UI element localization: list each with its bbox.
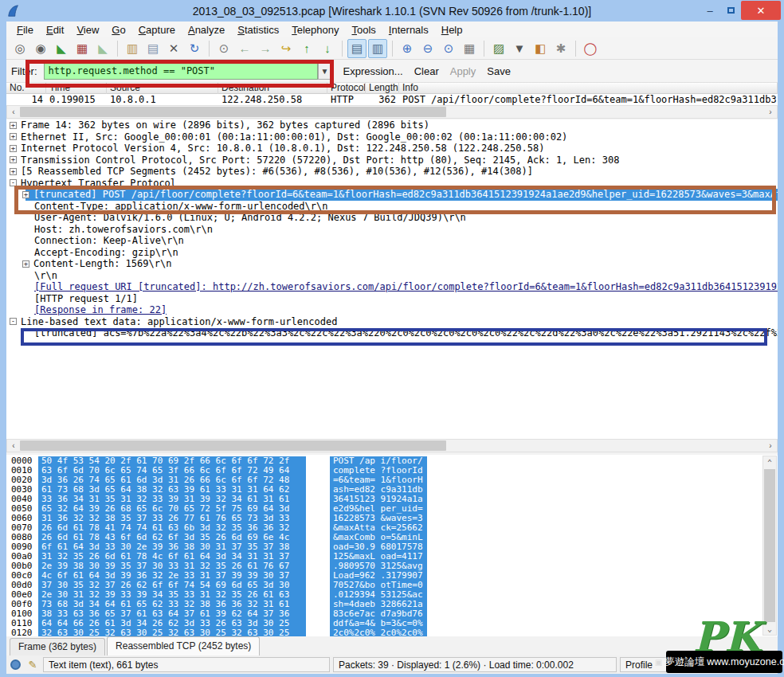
expand-icon[interactable]: + (10, 133, 17, 140)
column-header-length[interactable]: Length (366, 83, 399, 94)
detail-row[interactable]: +Transmission Control Protocol, Src Port… (6, 155, 778, 166)
menu-item-telephony[interactable]: Telephony (286, 22, 344, 37)
packet-row[interactable]: 140.19901510.8.0.1122.248.250.58HTTP362P… (6, 94, 778, 105)
zoom-100-icon[interactable]: ⊙ (439, 39, 458, 58)
collapse-icon[interactable]: - (10, 179, 17, 186)
zoom-in-icon[interactable]: ⊕ (398, 39, 417, 58)
expression-button[interactable]: Expression... (343, 65, 403, 77)
menu-item-tools[interactable]: Tools (347, 22, 382, 37)
packets-status-box: Packets: 39 · Displayed: 1 (2.6%) · Load… (333, 657, 617, 672)
preferences-icon[interactable]: ✱ (551, 39, 570, 58)
column-header-protocol[interactable]: Protocol (327, 83, 366, 94)
scroll-thumb[interactable] (20, 107, 446, 117)
minimize-button[interactable]: – (700, 2, 720, 18)
title-bar[interactable]: 2013_08_03_092513.pcap [Wireshark 1.10.1… (0, 0, 784, 22)
column-header-time[interactable]: Time (46, 83, 107, 94)
menu-item-internals[interactable]: Internals (383, 22, 434, 37)
collapse-icon[interactable]: - (10, 318, 17, 325)
resize-columns-icon[interactable]: ▦ (460, 39, 479, 58)
filter-input[interactable]: http.request.method == "POST" (44, 63, 318, 80)
details-hscrollbar[interactable]: ‹ › (6, 439, 778, 452)
auto-scroll-icon[interactable]: ▥ (368, 39, 387, 58)
open-file-icon[interactable]: ▥ (123, 39, 142, 58)
list-interfaces-icon[interactable]: ◎ (10, 39, 29, 58)
detail-row[interactable]: +[5 Reassembled TCP Segments (2452 bytes… (6, 166, 778, 178)
capture-filters-icon[interactable]: ▨ (489, 39, 508, 58)
detail-row[interactable]: [Full request URI [truncated]: http://zh… (6, 281, 778, 293)
detail-row[interactable]: +Frame 14: 362 bytes on wire (2896 bits)… (6, 119, 778, 131)
detail-row[interactable]: -Line-based text data: application/x-www… (6, 316, 778, 328)
detail-row[interactable]: Host: zh.towerofsaviors.com\r\n (6, 224, 778, 236)
detail-row[interactable]: -Hypertext Transfer Protocol (6, 178, 778, 190)
detail-row[interactable]: [HTTP request 1/1] (6, 293, 778, 305)
menu-item-view[interactable]: View (71, 22, 104, 37)
restart-capture-icon[interactable]: ◣ (93, 39, 112, 58)
detail-row[interactable]: [truncated] acs=%7b%22a%22%3a4%2c%22b%22… (6, 327, 778, 339)
clear-button[interactable]: Clear (414, 65, 439, 77)
menu-item-analyze[interactable]: Analyze (182, 22, 230, 37)
capture-options-icon[interactable]: ◉ (31, 39, 50, 58)
start-capture-icon[interactable]: ◣ (52, 39, 71, 58)
expand-icon[interactable]: + (10, 168, 17, 175)
go-back-icon[interactable]: ← (235, 39, 254, 58)
scroll-left-icon[interactable]: ‹ (7, 106, 20, 118)
reload-icon[interactable]: ↻ (185, 39, 204, 58)
go-to-packet-icon[interactable]: ↪ (276, 39, 296, 58)
detail-row[interactable]: +Content-Length: 1569\r\n (6, 258, 778, 270)
tab-frame[interactable]: Frame (362 bytes) (10, 638, 105, 655)
hex-vscrollbar[interactable]: ⌃ ⌄ (762, 456, 777, 636)
packet-cell-info: POST /api/floor/complete?floorId=6&team=… (399, 94, 778, 105)
help-icon[interactable]: ◯ (581, 39, 600, 58)
filter-dropdown-icon[interactable]: ▼ (318, 63, 332, 80)
menu-item-capture[interactable]: Capture (133, 22, 181, 37)
detail-row[interactable]: Content-Type: application/x-www-form-url… (6, 201, 778, 213)
hex-row[interactable]: 012032 63 30 25 32 63 30 25 32 63 30 25 … (6, 628, 762, 636)
menu-item-help[interactable]: Help (436, 22, 468, 37)
detail-row[interactable]: Accept-Encoding: gzip\r\n (6, 247, 778, 259)
expand-icon[interactable]: + (10, 122, 17, 129)
go-to-bottom-icon[interactable]: ↓ (318, 39, 337, 58)
menu-item-edit[interactable]: Edit (41, 22, 69, 37)
capture-comment-icon[interactable]: ✎ (25, 658, 40, 672)
packet-list-hscrollbar[interactable]: ‹ › (6, 105, 778, 119)
column-header-no[interactable]: No. (6, 83, 46, 94)
close-file-icon[interactable]: ✕ (164, 39, 183, 58)
menu-item-go[interactable]: Go (106, 22, 131, 37)
maximize-button[interactable] (720, 2, 741, 18)
detail-row[interactable]: User-Agent: Dalvik/1.6.0 (Linux; U; Andr… (6, 212, 778, 224)
expand-icon[interactable]: + (22, 191, 29, 198)
detail-row[interactable]: +[truncated] POST /api/floor/complete?fl… (6, 189, 778, 201)
expand-icon[interactable]: + (10, 145, 17, 152)
scroll-right-icon[interactable]: › (764, 106, 777, 118)
save-button[interactable]: Save (487, 65, 511, 77)
go-to-top-icon[interactable]: ↑ (297, 39, 316, 58)
display-filters-icon[interactable]: ▼ (510, 39, 529, 58)
tab-reassembled[interactable]: Reassembled TCP (2452 bytes) (107, 636, 260, 655)
expert-info-icon[interactable] (8, 658, 22, 672)
detail-row[interactable]: +Ethernet II, Src: Google_00:00:01 (00:1… (6, 131, 778, 143)
close-button[interactable]: ✕ (741, 1, 781, 20)
colorize-list-icon[interactable]: ▤ (347, 39, 367, 58)
go-forward-icon[interactable]: → (256, 39, 275, 58)
scroll-thumb[interactable] (20, 440, 446, 451)
scroll-right-icon[interactable]: › (764, 440, 777, 452)
find-packet-icon[interactable]: ⊙ (214, 39, 233, 58)
scroll-up-icon[interactable]: ⌃ (763, 456, 776, 468)
column-header-source[interactable]: Source (107, 83, 218, 94)
stop-capture-icon[interactable]: ▦ (73, 39, 92, 58)
column-header-info[interactable]: Info (399, 83, 778, 94)
save-file-icon[interactable]: ▤ (143, 39, 163, 58)
menu-item-statistics[interactable]: Statistics (232, 22, 284, 37)
scroll-left-icon[interactable]: ‹ (7, 440, 20, 452)
coloring-rules-icon[interactable]: ◧ (531, 39, 550, 58)
expand-icon[interactable]: + (22, 260, 29, 268)
detail-row[interactable]: +Internet Protocol Version 4, Src: 10.8.… (6, 143, 778, 155)
scroll-thumb[interactable] (764, 469, 775, 622)
detail-row[interactable]: [Response in frame: 22] (6, 304, 778, 316)
menu-item-file[interactable]: File (11, 22, 39, 37)
zoom-out-icon[interactable]: ⊖ (418, 39, 437, 58)
detail-row[interactable]: Connection: Keep-Alive\r\n (6, 235, 778, 247)
detail-row[interactable]: \r\n (6, 270, 778, 282)
expand-icon[interactable]: + (10, 156, 17, 163)
column-header-destination[interactable]: Destination (218, 83, 327, 94)
